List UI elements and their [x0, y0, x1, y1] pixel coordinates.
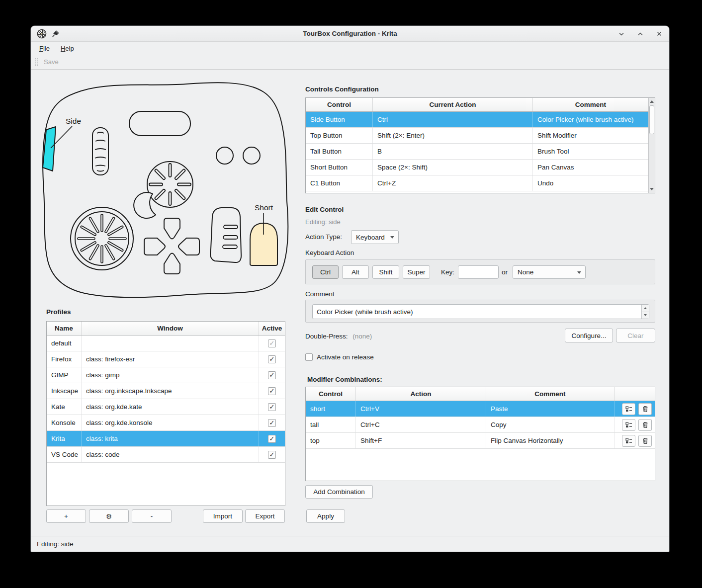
comment-scroll[interactable] [641, 305, 649, 319]
combinations-table: Control Action Comment shortCtrl+VPaste … [305, 387, 655, 481]
scroll-wheel[interactable] [92, 128, 108, 175]
action-type-combo[interactable]: Keyboard [351, 230, 399, 244]
controls-col-control[interactable]: Control [306, 98, 373, 111]
profile-export-button[interactable]: Export [245, 509, 285, 523]
active-checkbox[interactable]: ✓ [268, 451, 276, 459]
active-checkbox[interactable]: ✓ [268, 435, 276, 443]
controls-col-comment[interactable]: Comment [533, 98, 648, 111]
active-checkbox[interactable]: ✓ [268, 355, 276, 363]
combos-col-action[interactable]: Action [356, 387, 486, 401]
delete-combination-button[interactable] [638, 419, 652, 431]
controls-row[interactable]: Side ButtonCtrlColor Picker (while brush… [306, 112, 648, 128]
modifier-super-button[interactable]: Super [403, 265, 430, 279]
scroll-down-arrow[interactable] [649, 186, 655, 192]
modifier-ctrl-button[interactable]: Ctrl [312, 265, 339, 279]
controls-row[interactable]: Top ButtonShift (2×: Enter)Shift Modifie… [306, 128, 648, 144]
comment-input[interactable]: Color Picker (while brush active) [312, 304, 649, 319]
comment-cell: Paste [486, 401, 614, 417]
profile-row[interactable]: Kateclass: org.kde.kate✓ [47, 399, 285, 415]
top-button[interactable] [129, 111, 190, 136]
toolbar-drag-handle[interactable] [35, 58, 38, 66]
profile-add-button[interactable]: + [46, 509, 86, 523]
combos-col-control[interactable]: Control [306, 387, 356, 401]
profile-row[interactable]: Konsoleclass: org.kde.konsole✓ [47, 415, 285, 431]
profile-row[interactable]: Firefoxclass: firefox-esr✓ [47, 351, 285, 367]
edit-combination-button[interactable] [622, 435, 635, 447]
combination-row[interactable]: topShift+FFlip Canvas Horizontally [306, 433, 655, 449]
window-cell: class: org.kde.kate [82, 399, 259, 415]
control-cell: Tall Button [306, 144, 373, 159]
activate-checkbox[interactable]: ✓ [305, 353, 313, 361]
key-input[interactable] [458, 265, 499, 279]
scroll-up-arrow[interactable] [649, 98, 655, 105]
clear-button[interactable]: Clear [616, 329, 655, 342]
add-combination-button[interactable]: Add Combination [305, 485, 373, 499]
profiles-col-active[interactable]: Active [259, 322, 285, 335]
profile-import-button[interactable]: Import [203, 509, 243, 523]
name-cell: Kate [47, 399, 82, 415]
combos-col-comment[interactable]: Comment [486, 387, 614, 401]
profiles-col-name[interactable]: Name [47, 322, 82, 335]
profiles-title: Profiles [46, 308, 71, 316]
controls-row[interactable]: C1 ButtonCtrl+ZUndo [306, 175, 648, 191]
keyboard-action-label: Keyboard Action [305, 249, 354, 256]
combination-row[interactable]: tallCtrl+CCopy [306, 417, 655, 433]
delete-combination-button[interactable] [638, 403, 652, 415]
special-key-combo[interactable]: None [513, 265, 586, 279]
window-cell: class: firefox-esr [82, 351, 259, 367]
name-cell: VS Code [47, 447, 82, 462]
combinations-title: Modifier Combinations: [307, 376, 382, 383]
scroll-up-arrow[interactable] [642, 305, 649, 312]
scroll-down-arrow[interactable] [642, 312, 649, 319]
active-checkbox[interactable]: ✓ [268, 403, 276, 411]
title-bar[interactable]: TourBox Configuration - Krita [31, 26, 669, 42]
name-cell: Krita [47, 431, 82, 446]
profile-row[interactable]: Inkscapeclass: org.inkscape.Inkscape✓ [47, 383, 285, 399]
menu-help[interactable]: Help [56, 43, 79, 54]
c1-button[interactable] [216, 147, 233, 164]
scroll-thumb[interactable] [649, 105, 654, 134]
c2-button[interactable] [243, 147, 260, 164]
action-type-label: Action Type: [305, 233, 342, 241]
controls-col-action[interactable]: Current Action [373, 98, 533, 111]
short-label: Short [255, 203, 273, 212]
profile-row[interactable]: VS Codeclass: code✓ [47, 447, 285, 463]
active-checkbox[interactable]: ✓ [268, 339, 276, 347]
profile-row[interactable]: GIMPclass: gimp✓ [47, 367, 285, 383]
controls-row[interactable]: Short ButtonSpace (2×: Shift)Pan Canvas [306, 160, 648, 175]
edit-combination-button[interactable] [622, 403, 635, 415]
tall-button[interactable] [210, 208, 241, 262]
combos-col-actions [614, 387, 655, 401]
modifier-shift-button[interactable]: Shift [372, 265, 399, 279]
maximize-icon[interactable] [636, 30, 644, 38]
profile-settings-button[interactable]: ⚙ [89, 509, 129, 523]
controls-header: Control Current Action Comment [306, 98, 648, 112]
controls-title: Controls Configuration [305, 85, 379, 93]
profiles-col-window[interactable]: Window [82, 322, 259, 335]
save-button[interactable]: Save [44, 58, 59, 66]
minimize-icon[interactable] [617, 30, 625, 38]
controls-scrollbar[interactable] [648, 98, 655, 193]
window-title: TourBox Configuration - Krita [31, 30, 669, 37]
name-cell: Firefox [47, 351, 82, 367]
configure-button[interactable]: Configure... [565, 329, 613, 342]
pin-icon[interactable] [52, 30, 60, 38]
active-checkbox[interactable]: ✓ [268, 387, 276, 395]
profile-remove-button[interactable]: - [132, 509, 172, 523]
menu-file[interactable]: File [35, 43, 54, 54]
controls-row[interactable]: Tall ButtonBBrush Tool [306, 144, 648, 160]
window-cell: class: gimp [82, 367, 259, 383]
active-checkbox[interactable]: ✓ [268, 371, 276, 379]
edit-combination-button[interactable] [622, 419, 635, 431]
delete-combination-button[interactable] [638, 435, 652, 447]
modifier-alt-button[interactable]: Alt [342, 265, 369, 279]
active-cell: ✓ [259, 415, 285, 430]
app-window: TourBox Configuration - Krita [31, 26, 669, 552]
profile-row[interactable]: default✓ [47, 336, 285, 351]
profile-row[interactable]: Kritaclass: krita✓ [47, 431, 285, 447]
combination-row[interactable]: shortCtrl+VPaste [306, 401, 655, 417]
comment-group: Color Picker (while brush active) [305, 300, 655, 323]
apply-button[interactable]: Apply [306, 509, 345, 523]
active-checkbox[interactable]: ✓ [268, 419, 276, 427]
close-icon[interactable] [655, 30, 663, 38]
